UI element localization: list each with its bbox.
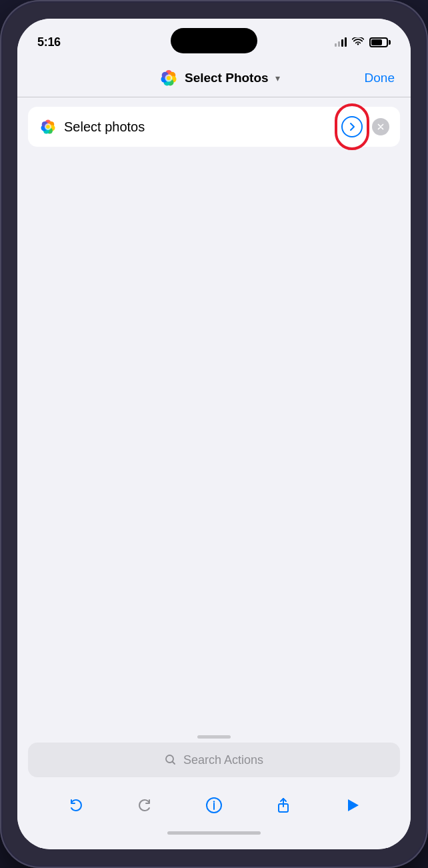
- arrow-right-icon: [347, 121, 357, 132]
- undo-button[interactable]: [64, 793, 88, 817]
- status-icons: [335, 37, 391, 47]
- signal-bar-4: [345, 37, 347, 47]
- undo-icon: [67, 796, 85, 815]
- signal-icon: [335, 37, 347, 47]
- signal-bar-3: [341, 39, 343, 47]
- wifi-icon: [352, 37, 364, 47]
- clear-icon: [376, 122, 385, 131]
- info-icon: [205, 796, 223, 815]
- arrow-button-container: [341, 116, 363, 137]
- sheet-handle: [197, 735, 231, 739]
- clear-action-button[interactable]: [372, 118, 389, 135]
- bottom-panel: Search Actions: [17, 730, 411, 849]
- battery-tip: [389, 40, 391, 45]
- redo-icon: [135, 796, 154, 815]
- nav-done-button[interactable]: Done: [365, 71, 395, 85]
- nav-chevron-icon[interactable]: ▾: [275, 73, 280, 83]
- signal-bar-2: [338, 41, 340, 47]
- search-icon: [165, 754, 177, 766]
- action-label: Select photos: [64, 119, 335, 135]
- svg-point-17: [46, 125, 50, 129]
- search-actions-bar[interactable]: Search Actions: [28, 743, 400, 777]
- svg-point-21: [213, 801, 215, 802]
- battery-body: [369, 37, 388, 47]
- run-button[interactable]: [340, 793, 364, 817]
- nav-bar: Select Photos ▾ Done: [17, 59, 411, 97]
- handle-area: [28, 730, 400, 743]
- search-actions-label: Search Actions: [183, 753, 263, 767]
- battery-icon: [369, 37, 391, 47]
- main-content: Select photos: [17, 97, 411, 730]
- share-icon: [274, 796, 293, 815]
- toolbar: [28, 788, 400, 817]
- home-bar: [167, 831, 261, 835]
- run-icon: [343, 796, 361, 815]
- configure-action-button[interactable]: [341, 116, 363, 137]
- phone-screen: 5:16: [17, 19, 411, 849]
- nav-title: Select Photos: [185, 71, 269, 85]
- status-time: 5:16: [37, 35, 61, 49]
- signal-bar-1: [335, 43, 337, 47]
- dynamic-island: [171, 28, 257, 53]
- svg-point-8: [167, 76, 171, 80]
- empty-content-area: [28, 147, 400, 721]
- info-button[interactable]: [202, 793, 226, 817]
- action-photos-icon: [39, 117, 57, 136]
- phone-frame: 5:16: [0, 0, 428, 868]
- redo-button[interactable]: [133, 793, 157, 817]
- share-button[interactable]: [271, 793, 295, 817]
- photos-nav-icon: [158, 67, 179, 89]
- action-row: Select photos: [28, 107, 400, 147]
- battery-fill: [371, 39, 382, 45]
- home-indicator: [28, 823, 400, 843]
- nav-title-group: Select Photos ▾: [158, 67, 280, 89]
